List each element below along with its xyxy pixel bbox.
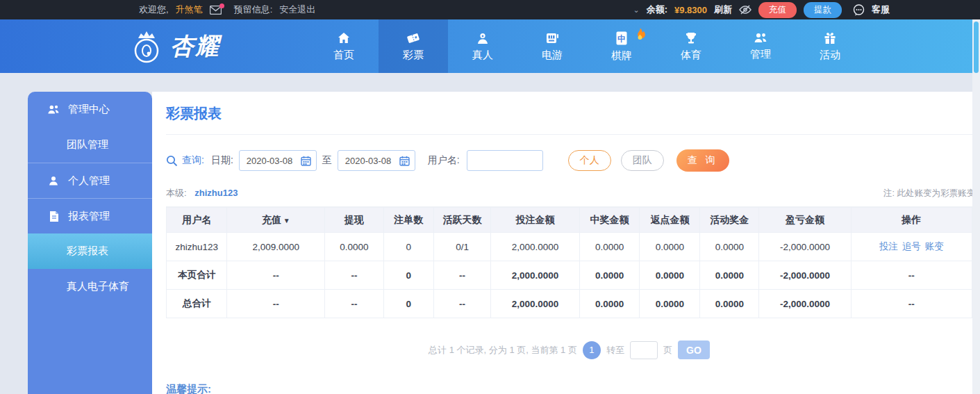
nav-item-trophy[interactable]: 体育 xyxy=(656,19,726,73)
sidebar-item-4[interactable]: 报表管理 xyxy=(28,198,152,233)
column-header-2[interactable]: 充值 ▼ xyxy=(227,208,325,233)
cell: -2,000.0000 xyxy=(759,290,851,318)
cell: 本页合计 xyxy=(167,261,227,290)
date-from-input[interactable]: 2020-03-08 xyxy=(239,150,317,171)
cell: 总合计 xyxy=(167,290,227,318)
gift-icon xyxy=(823,31,837,45)
cell: 0.0000 xyxy=(700,290,759,318)
trophy-icon xyxy=(684,31,698,45)
goto-page-input[interactable] xyxy=(630,341,658,359)
live-dealer-icon xyxy=(476,31,490,45)
sidebar-item-1[interactable]: 管理中心 xyxy=(28,92,152,127)
column-header-8: 返点金额 xyxy=(640,208,700,233)
sidebar-item-6[interactable]: 真人电子体育 xyxy=(28,269,152,304)
cell: 0.0000 xyxy=(579,290,640,318)
nav-item-live-dealer[interactable]: 真人 xyxy=(448,19,517,73)
cell: 0.0000 xyxy=(325,233,384,261)
action-link-3[interactable]: 账变 xyxy=(925,241,944,252)
calendar-icon[interactable] xyxy=(399,156,410,166)
cell: 0.0000 xyxy=(640,233,700,261)
brand-logo[interactable]: 杏耀 xyxy=(128,28,220,65)
sidebar-item-label: 个人管理 xyxy=(68,174,110,188)
cell: -- xyxy=(227,290,325,318)
column-header-4: 注单数 xyxy=(383,208,433,233)
level-label: 本级: xyxy=(166,188,187,198)
crown-emblem-icon xyxy=(128,28,165,65)
go-button[interactable]: GO xyxy=(678,340,710,359)
page-unit-label: 页 xyxy=(663,344,672,356)
cell: 0.0000 xyxy=(640,290,700,318)
cell: 0.0000 xyxy=(700,233,759,261)
column-header-3: 提现 xyxy=(325,208,384,233)
logout-link[interactable]: 安全退出 xyxy=(279,3,315,16)
level-username[interactable]: zhizhu123 xyxy=(194,188,238,198)
title-divider xyxy=(166,134,972,135)
recharge-button[interactable]: 充值 xyxy=(758,2,797,18)
search-icon xyxy=(166,155,178,167)
username-text: 升煞笔 xyxy=(176,3,203,16)
cell: -2,000.0000 xyxy=(759,233,851,261)
calendar-icon[interactable] xyxy=(301,156,311,166)
search-button[interactable]: 查 询 xyxy=(676,149,729,172)
nav-item-label: 管理 xyxy=(750,48,771,61)
users-icon xyxy=(754,32,767,44)
cell: -- xyxy=(433,290,490,318)
service-label[interactable]: 客服 xyxy=(872,3,890,16)
sort-desc-icon: ▼ xyxy=(281,217,290,224)
nav-item-label: 彩票 xyxy=(403,49,424,62)
nav-item-slot-machine[interactable]: 电游 xyxy=(517,19,587,73)
nav-item-label: 电游 xyxy=(542,49,563,62)
chevron-down-icon[interactable]: ⌄ xyxy=(633,6,639,15)
nav-item-label: 体育 xyxy=(681,49,701,62)
nav-item-home[interactable]: 首页 xyxy=(309,19,379,73)
home-icon xyxy=(337,31,351,45)
tips-title: 温馨提示: xyxy=(166,383,972,394)
sidebar-item-2[interactable]: 团队管理 xyxy=(28,127,152,163)
pagination-summary: 总计 1 个记录, 分为 1 页, 当前第 1 页 xyxy=(429,344,577,356)
vertical-scrollbar[interactable] xyxy=(972,19,980,394)
nav-item-label: 首页 xyxy=(333,49,354,62)
sidebar-item-5[interactable]: 彩票报表 xyxy=(28,233,152,269)
chat-bubble-icon[interactable] xyxy=(853,4,865,16)
svg-text:中: 中 xyxy=(617,33,626,43)
balance-label: 余额: xyxy=(647,3,667,16)
action-link-1[interactable]: 投注 xyxy=(879,241,898,252)
nav-item-label: 真人 xyxy=(472,49,493,62)
date-to-input[interactable]: 2020-03-08 xyxy=(338,150,415,171)
scrollbar-thumb[interactable] xyxy=(974,22,979,73)
refresh-link[interactable]: 刷新 xyxy=(714,3,732,16)
column-header-7: 中奖金额 xyxy=(579,208,640,233)
nav-item-gift[interactable]: 活动 xyxy=(795,19,865,73)
cell: zhizhu123 xyxy=(167,233,227,261)
main-nav: 杏耀 首页彩票真人电游中棋牌体育管理活动 xyxy=(0,19,972,73)
column-header-6: 投注金额 xyxy=(491,208,579,233)
nav-item-users[interactable]: 管理 xyxy=(726,19,795,73)
cell: 0.0000 xyxy=(579,233,640,261)
personal-toggle-button[interactable]: 个人 xyxy=(568,150,611,171)
nav-item-mahjong-tile[interactable]: 中棋牌 xyxy=(587,19,656,73)
page-1-button[interactable]: 1 xyxy=(583,341,601,359)
notification-dot xyxy=(219,3,224,8)
cell: 2,000.0000 xyxy=(491,290,579,318)
flame-icon xyxy=(635,28,645,42)
sidebar-item-label: 真人电子体育 xyxy=(67,280,129,293)
column-header-1: 用户名 xyxy=(167,208,227,233)
cell: 2,000.0000 xyxy=(491,261,579,290)
cell: 0 xyxy=(383,290,433,318)
operations-cell: -- xyxy=(851,290,972,318)
brand-name: 杏耀 xyxy=(170,31,220,63)
withdraw-button[interactable]: 提款 xyxy=(804,2,842,18)
envelope-icon[interactable] xyxy=(210,6,222,15)
column-header-11: 操作 xyxy=(851,208,972,233)
sidebar-item-3[interactable]: 个人管理 xyxy=(28,163,152,198)
pagination: 总计 1 个记录, 分为 1 页, 当前第 1 页 1 转至 页 GO xyxy=(166,340,972,359)
action-link-2[interactable]: 追号 xyxy=(902,241,921,252)
nav-item-lottery-ticket[interactable]: 彩票 xyxy=(379,19,448,73)
table-header-row: 用户名充值 ▼提现注单数活跃天数投注金额中奖金额返点金额活动奖金盈亏金额操作 xyxy=(167,208,972,233)
username-input[interactable] xyxy=(467,150,543,171)
cell: -- xyxy=(325,290,384,318)
team-toggle-button[interactable]: 团队 xyxy=(621,150,664,171)
level-row: 本级: zhizhu123 注: 此处账变为彩票账变 xyxy=(166,187,972,199)
table-body: zhizhu1232,009.00000.000000/12,000.00000… xyxy=(167,233,972,318)
eye-slash-icon[interactable] xyxy=(739,5,751,15)
